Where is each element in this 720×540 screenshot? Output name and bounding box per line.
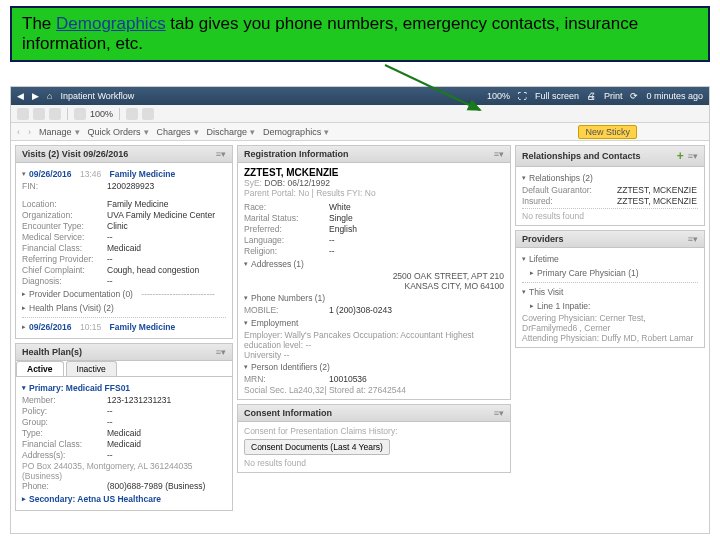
tab-active-plans[interactable]: Active	[16, 361, 64, 376]
tab-charges[interactable]: Charges	[157, 127, 199, 137]
relationships-head: Relationships and Contacts	[522, 151, 641, 161]
health-plan-panel: Health Plan(s) ≡▾ Active Inactive Primar…	[15, 343, 233, 511]
callout-text: The Demographics tab gives you phone num…	[22, 14, 638, 53]
phones-sub[interactable]: Phone Numbers (1)	[244, 291, 504, 305]
back-icon[interactable]: ◀	[17, 91, 24, 101]
health-plans-sub[interactable]: Health Plans (Visit) (2)	[22, 301, 226, 315]
consent-menu-icon[interactable]: ≡▾	[494, 408, 504, 418]
lifetime-sub[interactable]: Lifetime	[522, 252, 698, 266]
person-identifiers-sub[interactable]: Person Identifiers (2)	[244, 360, 504, 374]
visits-menu-icon[interactable]: ≡▾	[216, 149, 226, 159]
callout-pre: The	[22, 14, 56, 33]
primary-plan[interactable]: Primary: Medicaid FFS01	[22, 381, 226, 395]
fullscreen-label[interactable]: Full screen	[535, 91, 579, 101]
print-icon[interactable]: 🖨	[587, 91, 596, 101]
tool-icon-1[interactable]	[17, 108, 29, 120]
tab-quick-orders[interactable]: Quick Orders	[88, 127, 149, 137]
callout-demographics-word: Demographics	[56, 14, 166, 33]
tabbar-chevron-right[interactable]: ›	[28, 127, 31, 137]
this-visit-sub[interactable]: This Visit	[522, 285, 698, 299]
employment-sub[interactable]: Employment	[244, 316, 504, 330]
tool-icon-3[interactable]	[49, 108, 61, 120]
employment-line: Employer: Wally's Pancakes Occupation: A…	[244, 330, 504, 350]
instruction-callout: The Demographics tab gives you phone num…	[10, 6, 710, 62]
visits-head[interactable]: Visits (2) Visit 09/26/2016	[22, 149, 128, 159]
providers-head: Providers	[522, 234, 564, 244]
workflow-title[interactable]: Inpatient Workflow	[60, 91, 134, 101]
portal-line: Parent Portal: No | Results FYI: No	[244, 188, 504, 198]
app-shell: ◀ ▶ ⌂ Inpatient Workflow 100% ⛶ Full scr…	[10, 86, 710, 534]
hp-address-line: PO Box 244035, Montgomery, AL 361244035 …	[22, 461, 226, 481]
flag-icon[interactable]	[645, 125, 659, 139]
elapsed-label: 0 minutes ago	[646, 91, 703, 101]
consent-no-results: No results found	[244, 458, 504, 468]
university-line: University --	[244, 350, 504, 360]
visits-panel: Visits (2) Visit 09/26/2016 ≡▾ 09/26/201…	[15, 145, 233, 339]
titlebar: ◀ ▶ ⌂ Inpatient Workflow 100% ⛶ Full scr…	[11, 87, 709, 105]
attending-line: Attending Physician: Duffy MD, Robert La…	[522, 333, 698, 343]
tab-manage[interactable]: Manage	[39, 127, 80, 137]
workflow-tabbar: ‹ › Manage Quick Orders Charges Discharg…	[11, 123, 709, 141]
person-icon[interactable]	[689, 125, 703, 139]
rel-menu-icon[interactable]: ≡▾	[688, 151, 698, 161]
refresh-icon[interactable]: ⟳	[630, 91, 638, 101]
svg-line-0	[385, 65, 480, 110]
tag-icon[interactable]	[667, 125, 681, 139]
registration-head: Registration Information	[244, 149, 349, 159]
tab-discharge[interactable]: Discharge	[207, 127, 256, 137]
tab-inactive-plans[interactable]: Inactive	[66, 361, 117, 376]
relationships-panel: Relationships and Contacts + ≡▾ Relation…	[515, 145, 705, 226]
add-relationship-icon[interactable]: +	[677, 149, 684, 163]
fullscreen-icon[interactable]: ⛶	[518, 91, 527, 101]
reg-menu-icon[interactable]: ≡▾	[494, 149, 504, 159]
patient-name: ZZTEST, MCKENZIE	[244, 167, 504, 178]
tool-icon-6[interactable]	[142, 108, 154, 120]
new-sticky-button[interactable]: New Sticky	[578, 125, 637, 139]
prov-menu-icon[interactable]: ≡▾	[688, 234, 698, 244]
pcp-sub[interactable]: Primary Care Physician (1)	[530, 266, 698, 280]
print-label[interactable]: Print	[604, 91, 623, 101]
forward-icon[interactable]: ▶	[32, 91, 39, 101]
address-line1: 2500 OAK STREET, APT 210	[244, 271, 504, 281]
address-line2: KANSAS CITY, MO 64100	[244, 281, 504, 291]
consent-documents-button[interactable]: Consent Documents (Last 4 Years)	[244, 439, 390, 455]
visit-2-header[interactable]: 09/26/2016 10:15 Family Medicine	[22, 320, 226, 334]
consent-sub: Consent for Presentation Claims History:	[244, 426, 504, 436]
provider-doc-sub[interactable]: Provider Documentation (0) -------------…	[22, 287, 226, 301]
tab-demographics[interactable]: Demographics	[263, 127, 329, 137]
visit-1-header[interactable]: 09/26/2016 13:46 Family Medicine	[22, 167, 226, 181]
callout-arrow	[380, 60, 500, 120]
consent-panel: Consent Information ≡▾ Consent for Prese…	[237, 404, 511, 473]
registration-panel: Registration Information ≡▾ ZZTEST, MCKE…	[237, 145, 511, 400]
ssn-line: Social Sec. La240,32| Stored at: 2764254…	[244, 385, 504, 395]
tool-icon-2[interactable]	[33, 108, 45, 120]
tool-icon-5[interactable]	[126, 108, 138, 120]
addresses-sub[interactable]: Addresses (1)	[244, 257, 504, 271]
secondary-plan[interactable]: Secondary: Aetna US Healthcare	[22, 492, 226, 506]
tabbar-chevron-left[interactable]: ‹	[17, 127, 20, 137]
icon-toolbar: 100%	[11, 105, 709, 123]
lifetime2-sub[interactable]: Line 1 Inpatie:	[530, 299, 698, 313]
covering-line: Covering Physician: Cerner Test, DrFamil…	[522, 313, 698, 333]
toolbar-zoom[interactable]: 100%	[90, 109, 113, 119]
hp-menu-icon[interactable]: ≡▾	[216, 347, 226, 357]
relationships-sub[interactable]: Relationships (2)	[522, 171, 698, 185]
home-icon[interactable]: ⌂	[47, 91, 52, 101]
health-plan-head: Health Plan(s)	[22, 347, 82, 357]
providers-panel: Providers ≡▾ Lifetime Primary Care Physi…	[515, 230, 705, 348]
rel-no-results: No results found	[522, 211, 698, 221]
consent-head: Consent Information	[244, 408, 332, 418]
tool-icon-4[interactable]	[74, 108, 86, 120]
